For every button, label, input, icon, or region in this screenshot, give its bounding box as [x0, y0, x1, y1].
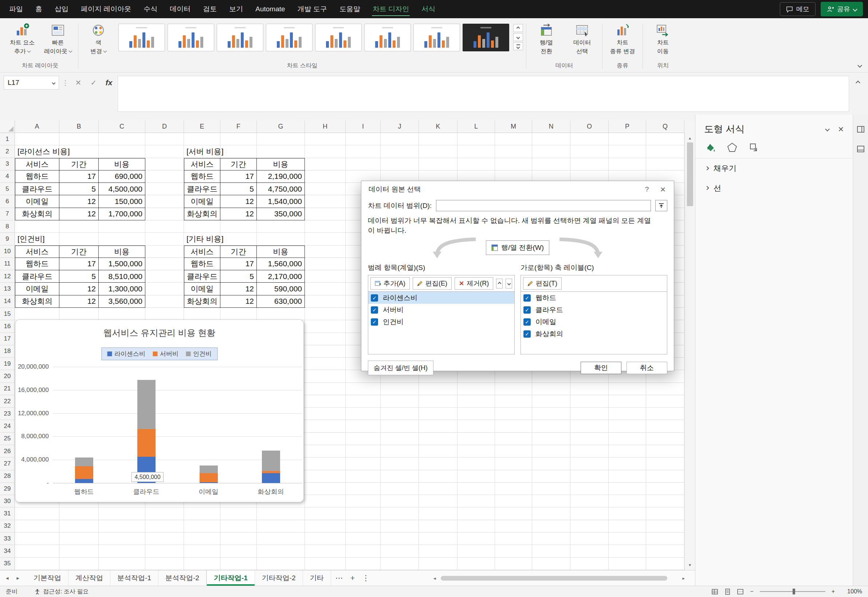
- cell-J25[interactable]: [381, 433, 419, 445]
- cell-H17[interactable]: [305, 333, 346, 345]
- horizontal-scrollbar[interactable]: ◂ ▸: [433, 575, 685, 581]
- add-series-button[interactable]: 추가(A): [371, 277, 410, 290]
- cell-D1[interactable]: [145, 133, 184, 146]
- edit-series-button[interactable]: 편집(E): [413, 277, 452, 290]
- cell-L22[interactable]: [457, 395, 495, 408]
- comments-button[interactable]: 메모: [780, 2, 816, 16]
- accessibility-status[interactable]: 접근성: 조사 필요: [34, 588, 89, 596]
- move-series-down-button[interactable]: [506, 279, 512, 288]
- legend-item-인건비[interactable]: 인건비: [186, 350, 212, 358]
- dock-pane-icon[interactable]: [856, 125, 865, 134]
- cell-M33[interactable]: [495, 533, 532, 545]
- cell-B7[interactable]: 12: [59, 208, 99, 220]
- column-header-O[interactable]: O: [570, 120, 609, 133]
- cell-J2[interactable]: [381, 146, 419, 158]
- cell-G12[interactable]: 2,170,000: [257, 270, 305, 283]
- cell-J32[interactable]: [381, 520, 419, 533]
- series-item-2[interactable]: ✓서버비: [368, 304, 514, 316]
- row-header-8[interactable]: 8: [0, 220, 15, 233]
- checkbox-checked[interactable]: ✓: [371, 306, 378, 313]
- cell-E13[interactable]: 이메일: [184, 283, 220, 295]
- cell-E8[interactable]: [184, 220, 220, 233]
- cell-M1[interactable]: [495, 133, 532, 146]
- cell-L35[interactable]: [457, 558, 495, 570]
- cell-K24[interactable]: [419, 420, 457, 432]
- cell-M29[interactable]: [495, 483, 532, 495]
- cell-I3[interactable]: [346, 158, 381, 171]
- cell-K32[interactable]: [419, 520, 457, 533]
- bar-segment-인건비-화상회의[interactable]: [262, 451, 280, 471]
- cell-N26[interactable]: [532, 445, 570, 457]
- cell-M23[interactable]: [495, 408, 532, 420]
- cell-J31[interactable]: [381, 507, 419, 520]
- size-properties-icon[interactable]: [749, 142, 760, 153]
- cell-F35[interactable]: [220, 558, 257, 570]
- cell-O30[interactable]: [570, 495, 609, 507]
- cell-A10[interactable]: 서비스: [15, 245, 59, 258]
- cell-Q33[interactable]: [646, 533, 684, 545]
- fill-line-icon[interactable]: [705, 142, 716, 153]
- cell-M35[interactable]: [495, 558, 532, 570]
- bar-segment-인건비-이메일[interactable]: [200, 465, 218, 473]
- column-header-C[interactable]: C: [99, 120, 145, 133]
- cell-J35[interactable]: [381, 558, 419, 570]
- cell-G34[interactable]: [257, 545, 305, 557]
- chart-title[interactable]: 웹서비스 유지관리 비용 현황: [15, 327, 303, 339]
- sheet-tab-기타[interactable]: 기타: [303, 570, 331, 586]
- cell-G6[interactable]: 1,540,000: [257, 195, 305, 208]
- cell-F34[interactable]: [220, 545, 257, 557]
- row-header-21[interactable]: 21: [0, 383, 15, 395]
- cell-H16[interactable]: [305, 320, 346, 333]
- cell-O3[interactable]: [570, 158, 609, 171]
- cell-F14[interactable]: 12: [220, 296, 257, 308]
- cell-H32[interactable]: [305, 520, 346, 533]
- row-header-32[interactable]: 32: [0, 520, 15, 533]
- row-header-26[interactable]: 26: [0, 445, 15, 457]
- sheet-tab-기본작업[interactable]: 기본작업: [27, 570, 68, 586]
- cell-A6[interactable]: 이메일: [15, 195, 59, 208]
- scroll-down-icon[interactable]: ▾: [689, 561, 691, 570]
- cell-E2[interactable]: [서버 비용]: [184, 146, 220, 158]
- cell-E11[interactable]: 웹하드: [184, 258, 220, 270]
- cell-H11[interactable]: [305, 258, 346, 270]
- cell-H4[interactable]: [305, 171, 346, 183]
- move-chart-button[interactable]: 차트 이동: [646, 21, 680, 56]
- cell-B35[interactable]: [59, 558, 99, 570]
- cell-I22[interactable]: [346, 395, 381, 408]
- cell-I30[interactable]: [346, 495, 381, 507]
- cell-C7[interactable]: 1,700,000: [99, 208, 145, 220]
- row-header-28[interactable]: 28: [0, 470, 15, 483]
- cell-L26[interactable]: [457, 445, 495, 457]
- cell-O2[interactable]: [570, 146, 609, 158]
- cell-C2[interactable]: [99, 146, 145, 158]
- cell-I29[interactable]: [346, 483, 381, 495]
- cell-Q25[interactable]: [646, 433, 684, 445]
- cell-N22[interactable]: [532, 395, 570, 408]
- cell-M26[interactable]: [495, 445, 532, 457]
- cell-J3[interactable]: [381, 158, 419, 171]
- cell-B11[interactable]: 17: [59, 258, 99, 270]
- cell-Q24[interactable]: [646, 420, 684, 432]
- cell-Q3[interactable]: [646, 158, 684, 171]
- cell-N25[interactable]: [532, 433, 570, 445]
- cell-B6[interactable]: 12: [59, 195, 99, 208]
- row-header-5[interactable]: 5: [0, 183, 15, 195]
- cell-F32[interactable]: [220, 520, 257, 533]
- legend-item-서버비[interactable]: 서버비: [153, 350, 178, 358]
- sheet-tab-분석작업-1[interactable]: 분석작업-1: [110, 570, 159, 586]
- cell-C13[interactable]: 1,300,000: [99, 283, 145, 295]
- cell-G31[interactable]: [257, 507, 305, 520]
- category-item-4[interactable]: ✓화상회의: [521, 328, 667, 340]
- cell-B34[interactable]: [59, 545, 99, 557]
- cell-D11[interactable]: [145, 258, 184, 270]
- cell-G1[interactable]: [257, 133, 305, 146]
- cell-N29[interactable]: [532, 483, 570, 495]
- column-header-H[interactable]: H: [305, 120, 346, 133]
- cell-F9[interactable]: [220, 233, 257, 245]
- cell-D32[interactable]: [145, 520, 184, 533]
- cell-M25[interactable]: [495, 433, 532, 445]
- cell-Q34[interactable]: [646, 545, 684, 557]
- cell-F8[interactable]: [220, 220, 257, 233]
- cell-N34[interactable]: [532, 545, 570, 557]
- row-header-2[interactable]: 2: [0, 146, 15, 158]
